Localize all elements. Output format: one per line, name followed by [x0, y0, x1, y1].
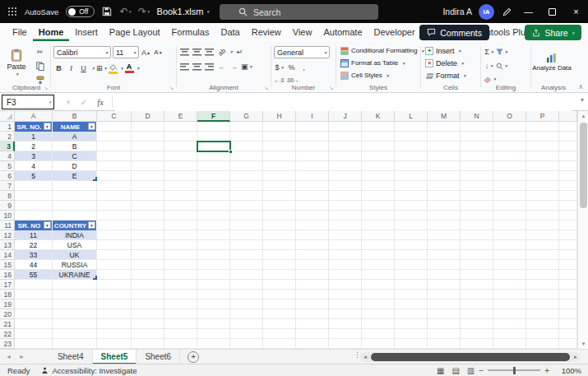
cell-J13[interactable] [329, 240, 362, 250]
row-header-4[interactable]: 4 [0, 151, 15, 161]
cell-I6[interactable] [296, 171, 329, 181]
cell-G23[interactable] [230, 339, 263, 349]
row-header-10[interactable]: 10 [0, 211, 15, 220]
cell-P10[interactable] [526, 211, 559, 220]
cell-D4[interactable] [132, 151, 164, 161]
cell-B15[interactable]: RUSSIA [53, 260, 97, 270]
cell-N8[interactable] [461, 191, 493, 201]
cell-I23[interactable] [296, 339, 329, 349]
cell-D16[interactable] [132, 270, 164, 280]
pencil-icon[interactable] [502, 7, 512, 16]
column-header-D[interactable]: D [132, 111, 164, 122]
dialog-launcher-icon[interactable]: ↘ [329, 85, 333, 91]
cell-N18[interactable] [461, 290, 493, 299]
cell-H6[interactable] [263, 171, 296, 181]
cell-D2[interactable] [132, 132, 164, 142]
cell-I16[interactable] [296, 270, 329, 280]
cell-G4[interactable] [230, 151, 263, 161]
cell-L17[interactable] [395, 280, 428, 290]
cell-C6[interactable] [97, 171, 132, 181]
cell-J12[interactable] [329, 230, 362, 240]
cell-B8[interactable] [53, 191, 97, 201]
cell-P9[interactable] [526, 201, 559, 211]
prev-sheet-icon[interactable]: ◄ [6, 354, 12, 360]
cell-N11[interactable] [461, 220, 493, 230]
cell-N17[interactable] [461, 280, 493, 290]
cell-K10[interactable] [362, 211, 395, 220]
scroll-right-icon[interactable]: ► [571, 352, 581, 362]
cell-B23[interactable] [53, 339, 97, 349]
cell-F20[interactable] [197, 309, 230, 319]
format-cells-button[interactable]: ▤ Format ▾ [422, 69, 479, 81]
cell-H21[interactable] [263, 319, 296, 329]
merge-center-button[interactable]: ▣▾ [241, 61, 252, 72]
cell-G1[interactable] [230, 122, 263, 132]
cell-B19[interactable] [53, 299, 97, 309]
row-header-2[interactable]: 2 [0, 132, 15, 142]
cell-F12[interactable] [197, 230, 230, 240]
cell-K6[interactable] [362, 171, 395, 181]
middle-align-button[interactable] [192, 46, 202, 58]
cell-L21[interactable] [395, 319, 428, 329]
borders-button[interactable]: ⊞▾ [96, 63, 107, 74]
cell-C3[interactable] [97, 142, 132, 151]
cell-L2[interactable] [395, 132, 428, 142]
cell-E12[interactable] [164, 230, 197, 240]
cell-L5[interactable] [395, 161, 428, 171]
next-sheet-icon[interactable]: ► [19, 354, 25, 360]
cell-M4[interactable] [428, 151, 461, 161]
cell-D12[interactable] [132, 230, 164, 240]
cell-B9[interactable] [53, 201, 97, 211]
cell-H4[interactable] [263, 151, 296, 161]
cell-L4[interactable] [395, 151, 428, 161]
cell-F14[interactable] [197, 250, 230, 260]
cell-M17[interactable] [428, 280, 461, 290]
cell-O14[interactable] [493, 250, 526, 260]
filter-dropdown-icon[interactable]: ▾ [44, 123, 51, 130]
cell-G12[interactable] [230, 230, 263, 240]
cell-J16[interactable] [329, 270, 362, 280]
cell-A7[interactable] [15, 181, 53, 191]
cell-B18[interactable] [53, 290, 97, 299]
cell-P15[interactable] [526, 260, 559, 270]
name-box[interactable]: F3 ▾ [2, 95, 54, 109]
cell-K19[interactable] [362, 299, 395, 309]
cell-E16[interactable] [164, 270, 197, 280]
ribbon-tab-formulas[interactable]: Formulas [166, 23, 215, 41]
cell-A15[interactable]: 44 [15, 260, 53, 270]
cell-F13[interactable] [197, 240, 230, 250]
sheet-tab-sheet5[interactable]: Sheet5 [93, 350, 137, 364]
cell-B5[interactable]: D [53, 161, 97, 171]
cell-M18[interactable] [428, 290, 461, 299]
cell-N12[interactable] [461, 230, 493, 240]
cell-E5[interactable] [164, 161, 197, 171]
cell-G19[interactable] [230, 299, 263, 309]
cell-M6[interactable] [428, 171, 461, 181]
cell-K17[interactable] [362, 280, 395, 290]
cell-G21[interactable] [230, 319, 263, 329]
cell-E20[interactable] [164, 309, 197, 319]
cell-M21[interactable] [428, 319, 461, 329]
cell-G14[interactable] [230, 250, 263, 260]
cell-H7[interactable] [263, 181, 296, 191]
column-header-M[interactable]: M [428, 111, 461, 122]
cell-M13[interactable] [428, 240, 461, 250]
insert-function-icon[interactable]: fx [97, 98, 104, 107]
table2-header-country[interactable]: COUNTRY▾ [53, 220, 97, 230]
cell-O8[interactable] [493, 191, 526, 201]
cell-E3[interactable] [164, 142, 197, 151]
filter-dropdown-icon[interactable]: ▾ [44, 221, 51, 229]
cell-G13[interactable] [230, 240, 263, 250]
zoom-level[interactable]: 100% [558, 366, 581, 375]
cell-O21[interactable] [493, 319, 526, 329]
cell-F7[interactable] [197, 181, 230, 191]
cell-H17[interactable] [263, 280, 296, 290]
cell-F19[interactable] [197, 299, 230, 309]
cell-E19[interactable] [164, 299, 197, 309]
cell-C8[interactable] [97, 191, 132, 201]
paste-button[interactable]: Paste ▾ [3, 44, 30, 81]
cell-G8[interactable] [230, 191, 263, 201]
cell-L10[interactable] [395, 211, 428, 220]
cell-G6[interactable] [230, 171, 263, 181]
scroll-up-icon[interactable]: ▲ [578, 111, 588, 121]
